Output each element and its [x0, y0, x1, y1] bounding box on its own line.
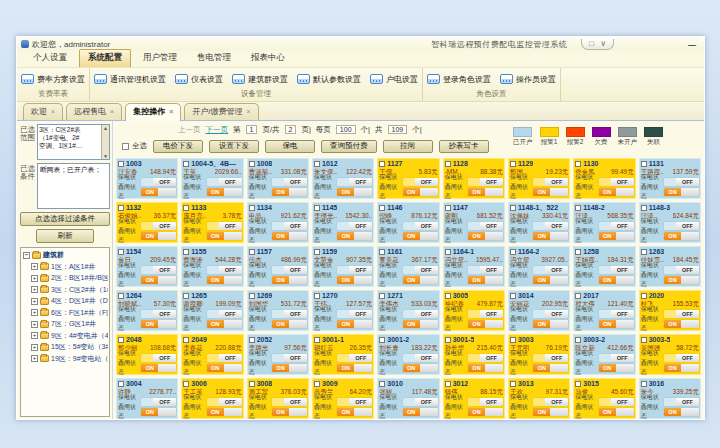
- protect-status-toggle[interactable]: OFF: [272, 266, 307, 274]
- switch-status-toggle[interactable]: ON: [468, 408, 503, 416]
- collapse-icon[interactable]: −: [23, 252, 30, 259]
- meter-card[interactable]: 2052 李璐光 97.56元 保电状态 OFF: [247, 334, 309, 375]
- menu-item[interactable]: 报表中心: [243, 50, 293, 67]
- switch-status-toggle[interactable]: ON: [533, 232, 568, 240]
- scroll-up-icon[interactable]: ▲: [103, 125, 108, 131]
- menu-item[interactable]: 系统配置: [79, 49, 131, 67]
- tab-close-icon[interactable]: ×: [247, 108, 251, 115]
- tree-node[interactable]: + 9区：4#变电井（4#变: [31, 331, 108, 341]
- pager-part[interactable]: 109: [388, 125, 408, 134]
- switch-status-toggle[interactable]: ON: [664, 364, 699, 372]
- meter-card[interactable]: 2049 李春花 220.88元 保电状态 OFF: [181, 334, 243, 375]
- protect-status-toggle[interactable]: OFF: [141, 354, 176, 362]
- card-checkbox[interactable]: [445, 205, 451, 211]
- protect-status-toggle[interactable]: OFF: [664, 178, 699, 186]
- switch-status-toggle[interactable]: ON: [403, 232, 438, 240]
- protect-status-toggle[interactable]: OFF: [207, 222, 242, 230]
- card-checkbox[interactable]: [510, 293, 516, 299]
- protect-status-toggle[interactable]: OFF: [207, 266, 242, 274]
- switch-status-toggle[interactable]: ON: [141, 276, 176, 284]
- card-checkbox[interactable]: [510, 337, 516, 343]
- meter-card[interactable]: 1127 王儒.. 5.83元 保电状态 OFF: [377, 158, 439, 199]
- card-checkbox[interactable]: [183, 249, 189, 255]
- meter-card[interactable]: 1130 佟金凤 99.49元 保电状态 OFF: [573, 158, 635, 199]
- ribbon-button[interactable]: 操作员设置: [500, 74, 556, 85]
- protect-status-toggle[interactable]: OFF: [207, 310, 242, 318]
- selected-scope-listbox[interactable]: 3区：C区2#表 （1#变电、2# 空调、1区1#… ▲▼: [37, 124, 110, 160]
- meter-card[interactable]: 1128 -MM.. 88.38元 保电状态 OFF: [443, 158, 505, 199]
- card-checkbox[interactable]: [183, 161, 189, 167]
- protect-status-toggle[interactable]: OFF: [337, 398, 372, 406]
- switch-status-toggle[interactable]: ON: [468, 188, 503, 196]
- card-checkbox[interactable]: [314, 293, 320, 299]
- ribbon-button[interactable]: 建筑群设置: [232, 74, 288, 85]
- refresh-button[interactable]: 刷新: [36, 229, 94, 243]
- menu-item[interactable]: 个人设置: [25, 50, 75, 67]
- tab-close-icon[interactable]: ×: [169, 108, 173, 115]
- meter-card[interactable]: 3008 周工贸 376.03元 保电状态 OFF: [247, 378, 309, 419]
- pager-part[interactable]: 页/共: [262, 125, 279, 135]
- meter-card[interactable]: 1157 伍杰 486.99元 保电状态 OFF: [247, 246, 309, 287]
- meter-card[interactable]: 1147 谢刚 681.52元 保电状态 OFF: [443, 202, 505, 243]
- switch-status-toggle[interactable]: ON: [337, 364, 372, 372]
- meter-card[interactable]: 1131 王路霞.. 137.59元 保电状态 OFF: [639, 158, 701, 199]
- ribbon-button[interactable]: 默认参数设置: [297, 74, 361, 85]
- protect-status-toggle[interactable]: OFF: [533, 310, 568, 318]
- protect-status-toggle[interactable]: OFF: [337, 354, 372, 362]
- tree-root[interactable]: − 建筑群: [23, 250, 108, 260]
- protect-status-toggle[interactable]: OFF: [141, 398, 176, 406]
- card-checkbox[interactable]: [379, 205, 385, 211]
- card-checkbox[interactable]: [249, 293, 255, 299]
- card-checkbox[interactable]: [118, 161, 124, 167]
- switch-status-toggle[interactable]: ON: [533, 408, 568, 416]
- protect-status-toggle[interactable]: OFF: [403, 310, 438, 318]
- dropdown-icon[interactable]: ∨: [600, 39, 606, 48]
- menu-item[interactable]: 售电管理: [189, 50, 239, 67]
- meter-card[interactable]: 3003-2 陈立新 412.66元 保电状态 OFF: [573, 334, 635, 375]
- pager-part[interactable]: 共: [375, 125, 383, 135]
- protect-status-toggle[interactable]: OFF: [533, 266, 568, 274]
- switch-status-toggle[interactable]: ON: [141, 320, 176, 328]
- protect-status-toggle[interactable]: OFF: [533, 222, 568, 230]
- pager-part[interactable]: 2: [285, 125, 297, 134]
- protect-status-toggle[interactable]: OFF: [207, 398, 242, 406]
- expand-icon[interactable]: +: [31, 286, 38, 293]
- tab[interactable]: 欢迎 ×: [23, 103, 63, 120]
- protect-status-toggle[interactable]: OFF: [272, 178, 307, 186]
- card-checkbox[interactable]: [249, 249, 255, 255]
- card-checkbox[interactable]: [575, 293, 581, 299]
- expand-icon[interactable]: +: [31, 321, 38, 328]
- tree-node[interactable]: + 3区：C区2#井（1#变: [31, 285, 108, 295]
- meter-card[interactable]: 1008 曹温菊.. 331.08元 保电状态 OFF: [247, 158, 309, 199]
- switch-status-toggle[interactable]: ON: [403, 276, 438, 284]
- card-checkbox[interactable]: [445, 293, 451, 299]
- minimize-button[interactable]: —: [684, 40, 700, 49]
- pager-part[interactable]: 1: [246, 125, 258, 134]
- card-checkbox[interactable]: [183, 381, 189, 387]
- protect-status-toggle[interactable]: OFF: [599, 222, 634, 230]
- card-checkbox[interactable]: [575, 381, 581, 387]
- switch-status-toggle[interactable]: ON: [533, 320, 568, 328]
- expand-icon[interactable]: +: [31, 355, 38, 362]
- switch-status-toggle[interactable]: ON: [599, 276, 634, 284]
- meter-card[interactable]: 1148-3 汪泽.. 624.84元 保电状态 OFF: [639, 202, 701, 243]
- meter-card[interactable]: 1263 佳妹雪.. 184.45元 保电状态 OFF: [639, 246, 701, 287]
- meter-card[interactable]: 1133 庞月亮.. 3.78元 保电状态 OFF: [181, 202, 243, 243]
- expand-icon[interactable]: +: [31, 344, 38, 351]
- protect-status-toggle[interactable]: OFF: [468, 354, 503, 362]
- meter-card[interactable]: 3012 钱伟 88.15元 保电状态 OFF: [443, 378, 505, 419]
- card-checkbox[interactable]: [379, 249, 385, 255]
- card-checkbox[interactable]: [118, 337, 124, 343]
- switch-status-toggle[interactable]: ON: [468, 364, 503, 372]
- select-all[interactable]: 全选: [122, 141, 147, 151]
- toolbar-button[interactable]: 电价下发: [153, 140, 203, 153]
- meter-card[interactable]: 1159 文慧金 907.35元 保电状态 OFF: [312, 246, 374, 287]
- switch-status-toggle[interactable]: ON: [664, 408, 699, 416]
- tree-node[interactable]: + 1区：A区1#井: [31, 262, 108, 272]
- meter-card[interactable]: 1134 申晶.. 921.62元 保电状态 OFF: [247, 202, 309, 243]
- switch-status-toggle[interactable]: ON: [337, 320, 372, 328]
- meter-card[interactable]: 1148-1、522 沈佩妹 330.41元 保电状态 OFF: [508, 202, 570, 243]
- tree-node[interactable]: + 4区：D区1#井（D区1: [31, 296, 108, 306]
- pager-part[interactable]: 个|: [412, 125, 421, 135]
- card-checkbox[interactable]: [445, 249, 451, 255]
